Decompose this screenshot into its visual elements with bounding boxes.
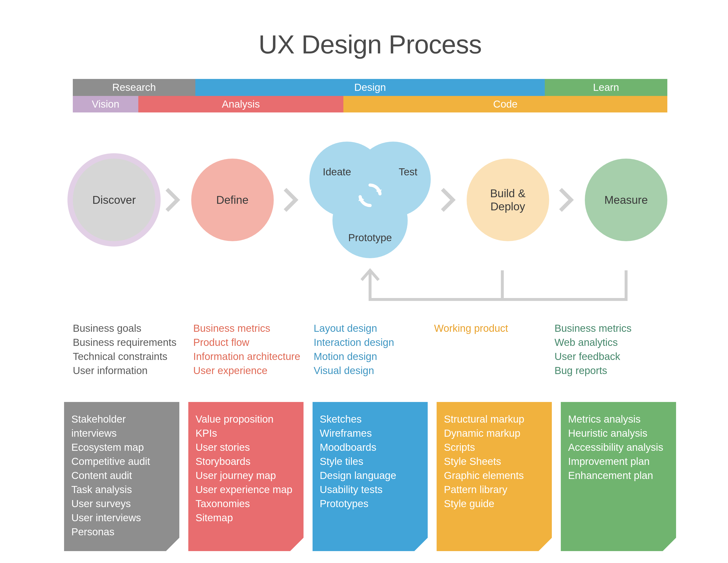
output-item: Information architecture — [193, 350, 306, 364]
deliverable-item: Content audit — [71, 469, 172, 483]
phase-bar-row-1: ResearchDesignLearn — [73, 79, 667, 96]
stages-row: Discover Define Ideate Test Prototype — [73, 142, 667, 258]
phase-bar-row-2: VisionAnalysisCode — [73, 96, 667, 112]
phase-bar-segment: Code — [343, 96, 667, 112]
deliverable-item: Sketches — [320, 412, 421, 426]
diagram-root: UX Design Process ResearchDesignLearn Vi… — [73, 29, 667, 551]
stage-label: Define — [216, 193, 248, 206]
cycle-icon — [356, 181, 385, 210]
deliverable-item: Task analysis — [71, 483, 172, 497]
deliverable-item: Style guide — [444, 497, 545, 511]
define-circle: Define — [191, 159, 274, 241]
output-item: User feedback — [554, 350, 667, 364]
stage-label: Test — [399, 166, 417, 178]
deliverable-item: Scripts — [444, 440, 545, 454]
chevron-icon — [558, 186, 575, 213]
deliverable-item: Enhancement plan — [568, 469, 669, 483]
deliverable-item: User stories — [196, 440, 296, 454]
deliverable-item: User surveys — [71, 497, 172, 511]
deliverable-item: Style tiles — [320, 454, 421, 469]
outputs-row: Business goalsBusiness requirementsTechn… — [73, 321, 667, 378]
output-item: Layout design — [314, 321, 427, 336]
output-item: User information — [73, 364, 186, 378]
output-item: Bug reports — [554, 364, 667, 378]
build-circle: Build & Deploy — [467, 159, 549, 241]
output-item: Business metrics — [554, 321, 667, 336]
deliverables-design: SketchesWireframesMoodboardsStyle tilesD… — [313, 402, 428, 551]
deliverable-item: Taxonomies — [196, 497, 296, 511]
deliverable-item: Design language — [320, 469, 421, 483]
stage-discover: Discover — [73, 159, 155, 241]
phase-bar-segment: Research — [73, 79, 195, 96]
output-item: Web analytics — [554, 336, 667, 350]
output-item: Motion design — [314, 350, 427, 364]
outputs-define: Business metricsProduct flowInformation … — [193, 321, 306, 378]
deliverables-measure: Metrics analysisHeuristic analysisAccess… — [561, 402, 676, 551]
measure-circle: Measure — [585, 159, 667, 241]
deliverable-item: Value proposition — [196, 412, 296, 426]
deliverables-define: Value propositionKPIsUser storiesStorybo… — [188, 402, 304, 551]
output-item: Business requirements — [73, 336, 186, 350]
deliverables-discover: Stakeholder interviewsEcosystem mapCompe… — [64, 402, 179, 551]
deliverable-item: Dynamic markup — [444, 426, 545, 440]
phase-bar-segment: Learn — [545, 79, 667, 96]
stage-measure: Measure — [585, 159, 667, 241]
stage-build: Build & Deploy — [467, 159, 549, 241]
deliverable-item: Pattern library — [444, 483, 545, 497]
deliverable-item: User journey map — [196, 469, 296, 483]
deliverable-item: Accessibility analysis — [568, 440, 669, 454]
deliverables-build: Structural markupDynamic markupScriptsSt… — [437, 402, 552, 551]
page-title: UX Design Process — [73, 29, 667, 59]
stage-label: Ideate — [323, 166, 351, 178]
output-item: Business metrics — [193, 321, 306, 336]
phase-bar-segment: Vision — [73, 96, 138, 112]
outputs-discover: Business goalsBusiness requirementsTechn… — [73, 321, 186, 378]
stage-design-venn: Ideate Test Prototype — [309, 142, 431, 258]
deliverable-item: Graphic elements — [444, 469, 545, 483]
deliverable-item: Stakeholder interviews — [71, 412, 172, 440]
deliverable-item: Metrics analysis — [568, 412, 669, 426]
output-item: Visual design — [314, 364, 427, 378]
deliverable-item: Prototypes — [320, 497, 421, 511]
stage-label: Measure — [604, 193, 648, 206]
stage-label: Discover — [92, 193, 136, 206]
feedback-loop-icon — [73, 263, 667, 312]
chevron-icon — [165, 186, 182, 213]
deliverable-item: Personas — [71, 525, 172, 539]
outputs-build: Working product — [434, 321, 547, 378]
output-item: Product flow — [193, 336, 306, 350]
deliverable-item: Wireframes — [320, 426, 421, 440]
output-item: Technical constraints — [73, 350, 186, 364]
deliverable-item: Structural markup — [444, 412, 545, 426]
output-item: Business goals — [73, 321, 186, 336]
phase-bar-segment: Design — [195, 79, 545, 96]
deliverable-item: KPIs — [196, 426, 296, 440]
deliverable-item: Storyboards — [196, 454, 296, 469]
phase-bar-segment: Analysis — [138, 96, 343, 112]
deliverable-item: Improvement plan — [568, 454, 669, 469]
deliverable-item: Sitemap — [196, 511, 296, 525]
deliverable-item: Ecosystem map — [71, 440, 172, 454]
deliverable-item: User experience map — [196, 483, 296, 497]
deliverable-item: Competitive audit — [71, 454, 172, 469]
chevron-icon — [440, 186, 457, 213]
deliverable-item: Style Sheets — [444, 454, 545, 469]
discover-circle: Discover — [73, 159, 155, 241]
deliverable-item: Usability tests — [320, 483, 421, 497]
output-item: Interaction design — [314, 336, 427, 350]
outputs-design: Layout designInteraction designMotion de… — [314, 321, 427, 378]
deliverable-item: User interviews — [71, 511, 172, 525]
outputs-measure: Business metricsWeb analyticsUser feedba… — [554, 321, 667, 378]
chevron-icon — [283, 186, 300, 213]
stage-label: Build & Deploy — [467, 187, 549, 213]
deliverables-row: Stakeholder interviewsEcosystem mapCompe… — [64, 402, 676, 551]
deliverable-item: Moodboards — [320, 440, 421, 454]
stage-label: Prototype — [348, 232, 392, 243]
stage-define: Define — [191, 159, 274, 241]
output-item: Working product — [434, 321, 547, 336]
output-item: User experience — [193, 364, 306, 378]
deliverable-item: Heuristic analysis — [568, 426, 669, 440]
